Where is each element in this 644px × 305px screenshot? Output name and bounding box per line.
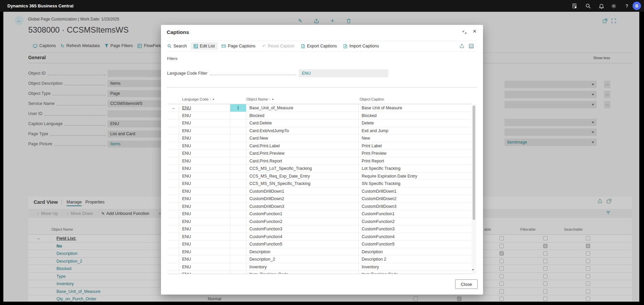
switch-view-icon[interactable] [469, 44, 474, 48]
language-code-cell[interactable]: ENU [179, 142, 230, 150]
language-code-cell[interactable]: ENU [179, 173, 230, 180]
language-code-filter-value[interactable]: ENU [299, 69, 388, 77]
caption-row[interactable]: ENU ⋮ Card.Delete Delete [168, 119, 471, 127]
row-ellipsis-cell[interactable]: ⋮ [230, 173, 246, 180]
object-caption-cell[interactable]: CustomFunction4 [359, 233, 471, 240]
row-ellipsis-cell[interactable]: ⋮ [230, 240, 246, 248]
object-name-cell[interactable]: CustomFunction5 [246, 240, 359, 248]
language-code-cell[interactable]: ENU [179, 135, 230, 142]
row-ellipsis-cell[interactable]: ⋮ [230, 256, 246, 263]
object-caption-cell[interactable]: Print Label [359, 142, 471, 150]
object-caption-cell[interactable]: Blocked [359, 112, 471, 119]
object-caption-cell[interactable]: Lot Specific Tracking [359, 165, 471, 172]
object-name-cell[interactable]: CustomDrillDown1 [246, 188, 359, 195]
object-name-cell[interactable]: Description_2 [246, 256, 359, 263]
object-caption-cell[interactable]: CustomFunction3 [359, 225, 471, 233]
close-button[interactable]: Close [455, 279, 478, 289]
object-caption-cell[interactable]: CustomDrillDown3 [359, 203, 471, 210]
object-caption-cell[interactable]: Delete [359, 119, 471, 127]
caption-row[interactable]: ENU ⋮ Item_Tracking_Code Item Tracking C… [168, 271, 471, 274]
row-ellipsis-cell[interactable]: ⋮ [230, 271, 246, 274]
language-code-cell[interactable]: ENU [179, 104, 230, 112]
caption-row[interactable]: ENU ⋮ Card.Print.Report Print Report [168, 157, 471, 165]
object-caption-cell[interactable]: Inventory [359, 263, 471, 271]
close-icon[interactable]: × [470, 27, 479, 36]
caption-row[interactable]: ENU ⋮ Card.ExitAndJumpTo Exit and Jump [168, 127, 471, 135]
language-code-cell[interactable]: ENU [179, 203, 230, 210]
settings-gear-icon[interactable] [610, 3, 617, 9]
object-caption-cell[interactable]: Print Report [359, 157, 471, 165]
object-caption-cell[interactable]: CustomFunction2 [359, 218, 471, 225]
object-caption-cell[interactable]: CustomDrillDown2 [359, 195, 471, 202]
object-name-cell[interactable]: CustomFunction3 [246, 225, 359, 233]
object-name-cell[interactable]: Blocked [246, 112, 359, 119]
object-caption-cell[interactable]: Description 2 [359, 256, 471, 263]
edit-list-action[interactable]: Edit List [191, 42, 218, 50]
row-ellipsis-cell[interactable]: ⋮ [230, 165, 246, 172]
row-ellipsis-cell[interactable]: ⋮ [230, 157, 246, 165]
language-code-cell[interactable]: ENU [179, 263, 230, 271]
table-scrollbar[interactable]: ▾ [472, 104, 476, 274]
caption-row[interactable]: ENU ⋮ Base_Unit_of_Measure Base Unit of … [168, 104, 471, 112]
object-name-cell[interactable]: CustomFunction2 [246, 218, 359, 225]
row-ellipsis-cell[interactable]: ⋮ [230, 112, 246, 119]
row-ellipsis-cell[interactable]: ⋮ [230, 225, 246, 233]
object-name-cell[interactable]: CustomFunction1 [246, 210, 359, 218]
language-code-cell[interactable]: ENU [179, 195, 230, 202]
notifications-icon[interactable] [598, 3, 605, 9]
row-ellipsis-cell[interactable]: ⋮ [230, 195, 246, 202]
language-code-cell[interactable]: ENU [179, 256, 230, 263]
avatar[interactable]: B [633, 2, 641, 10]
language-code-column-header[interactable]: Language Code ↑ ▼ [182, 97, 214, 101]
language-code-cell[interactable]: ENU [179, 188, 230, 195]
caption-row[interactable]: ENU ⋮ CustomFunction3 CustomFunction3 [168, 225, 471, 233]
object-name-column-header[interactable]: Object Name ↑ ▼ [246, 97, 274, 101]
caption-row[interactable]: ENU ⋮ CCS_MS_LoT_Specific_Tracking Lot S… [168, 165, 471, 173]
row-ellipsis-cell[interactable]: ⋮ [230, 180, 246, 187]
object-name-cell[interactable]: CCS_MS_SN_Specific_Tracking [246, 180, 359, 187]
object-caption-cell[interactable]: Base Unit of Measure [359, 104, 471, 112]
caption-row[interactable]: ENU ⋮ CustomDrillDown3 CustomDrillDown3 [168, 203, 471, 211]
object-caption-cell[interactable]: CustomDrillDown1 [359, 188, 471, 195]
object-caption-cell[interactable]: Item Tracking Code [359, 271, 471, 274]
language-code-cell[interactable]: ENU [179, 180, 230, 187]
object-caption-column-header[interactable]: Object Caption [360, 97, 384, 101]
object-caption-cell[interactable]: SN Specific Tracking [359, 180, 471, 187]
row-ellipsis-cell[interactable]: ⋮ [230, 233, 246, 240]
object-name-cell[interactable]: Card.Print.Preview [246, 150, 359, 157]
object-name-cell[interactable]: Description [246, 248, 359, 256]
row-ellipsis-cell[interactable]: ⋮ [230, 127, 246, 135]
row-ellipsis-cell[interactable]: ⋮ [230, 210, 246, 218]
caption-row[interactable]: ENU ⋮ Card.Print.Preview Print Preview [168, 150, 471, 157]
object-name-cell[interactable]: CCS_MS_LoT_Specific_Tracking [246, 165, 359, 172]
object-name-cell[interactable]: CustomFunction4 [246, 233, 359, 240]
language-code-cell[interactable]: ENU [179, 127, 230, 135]
caption-row[interactable]: ENU ⋮ CCS_MS_SN_Specific_Tracking SN Spe… [168, 180, 471, 188]
row-ellipsis-cell[interactable]: ⋮ [230, 142, 246, 150]
row-ellipsis-cell[interactable]: ⋮ [230, 150, 246, 157]
language-code-cell[interactable]: ENU [179, 165, 230, 172]
caption-row[interactable]: ENU ⋮ CustomDrillDown2 CustomDrillDown2 [168, 195, 471, 203]
row-ellipsis-cell[interactable]: ⋮ [230, 135, 246, 142]
caption-row[interactable]: ENU ⋮ Blocked Blocked [168, 112, 471, 120]
caption-row[interactable]: ENU ⋮ CustomFunction4 CustomFunction4 [168, 233, 471, 241]
share-icon[interactable] [459, 44, 464, 48]
caption-row[interactable]: ENU ⋮ CustomDrillDown1 CustomDrillDown1 [168, 188, 471, 195]
language-code-cell[interactable]: ENU [179, 112, 230, 119]
object-caption-cell[interactable]: New [359, 135, 471, 142]
object-name-cell[interactable]: Base_Unit_of_Measure [246, 104, 359, 112]
import-captions-action[interactable]: Import Captions [340, 42, 382, 50]
scroll-down-icon[interactable]: ▾ [472, 268, 474, 271]
scrollbar-thumb[interactable] [473, 106, 475, 220]
caption-row[interactable]: ENU ⋮ CCS_MS_Req_Exp_Date_Entry Require … [168, 173, 471, 180]
search-action[interactable]: Search [164, 42, 190, 50]
language-code-cell[interactable]: ENU [179, 150, 230, 157]
object-name-cell[interactable]: CustomDrillDown2 [246, 195, 359, 202]
object-name-cell[interactable]: Inventory [246, 263, 359, 271]
tell-me-icon[interactable] [571, 3, 578, 9]
caption-row[interactable]: ENU ⋮ CustomFunction5 CustomFunction5 [168, 240, 471, 248]
help-icon[interactable]: ? [623, 3, 630, 9]
object-name-cell[interactable]: CustomDrillDown3 [246, 203, 359, 210]
object-name-cell[interactable]: Card.Print.Report [246, 157, 359, 165]
caption-row[interactable]: ENU ⋮ Description Description [168, 248, 471, 256]
